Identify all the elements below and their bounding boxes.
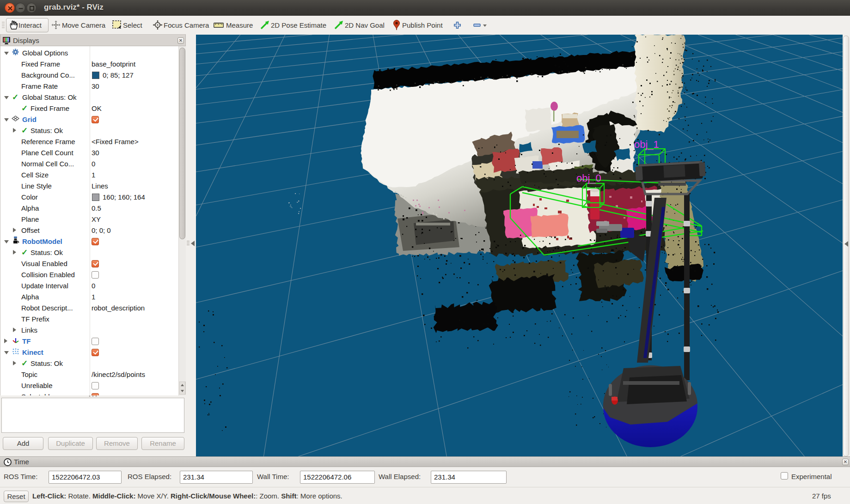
svg-text:obj_1: obj_1 [634, 139, 659, 150]
svg-text:obj_0: obj_0 [576, 172, 601, 184]
